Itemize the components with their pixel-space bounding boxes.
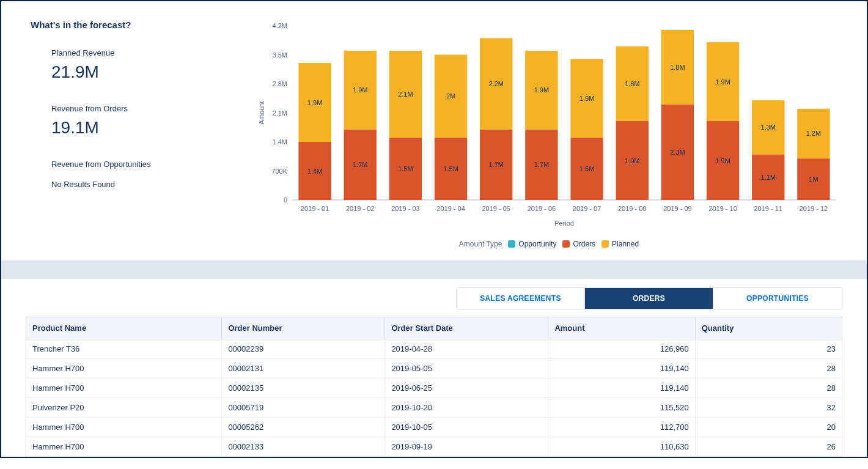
metric-revenue-opportunities: Revenue from Opportunities [51,160,243,169]
bar-label: 1.4M [307,168,322,175]
x-tick: 2019 - 07 [573,205,601,212]
svg-text:0: 0 [284,196,287,204]
cell-qty: 20 [695,418,842,437]
cell-amount: 110,630 [548,437,695,457]
x-tick: 2019 - 02 [346,205,374,212]
cell-order: 00005719 [222,398,385,418]
bar-label: 1.5M [398,165,413,172]
col-order-start-date[interactable]: Order Start Date [385,317,548,339]
x-tick: 2019 - 06 [528,205,556,212]
bar-label: 1.7M [534,161,549,168]
bar-label: 2.2M [489,80,504,87]
table-row[interactable]: Hammer H700000021352019-06-25119,14028 [26,379,842,398]
bar-label: 1.9M [579,95,594,102]
cell-product: Hammer H700 [26,418,222,437]
bar-label: 1.3M [761,124,776,131]
cell-order: 00002133 [222,437,385,457]
cell-date: 2019-05-05 [385,359,548,379]
bar-label: 2M [446,92,455,100]
x-tick: 2019 - 12 [800,205,828,212]
bar-label: 1.1M [761,174,776,181]
metric-revenue-orders: Revenue from Orders 19.1M [51,104,243,138]
svg-text:Amount: Amount [258,102,265,125]
legend-item-orders[interactable]: Orders [562,240,595,248]
x-tick: 2019 - 11 [754,205,782,212]
bar-label: 1.5M [443,165,458,172]
x-tick: 2019 - 01 [301,205,329,212]
cell-qty: 23 [695,339,842,359]
cell-order: 00005262 [222,418,385,437]
cell-order: 00002131 [222,359,385,379]
forecast-chart: 0700K1.4M2.1M2.8M3.5M4.2MAmount1.4M1.9M2… [256,20,842,248]
cell-qty: 28 [695,359,842,379]
bar-label: 1.8M [670,64,685,71]
bar-label: 1.5M [579,165,594,172]
col-amount[interactable]: Amount [548,317,695,339]
swatch-planned [601,240,609,248]
bar-label: 1.9M [534,86,549,94]
tab-orders[interactable]: ORDERS [585,288,713,309]
x-tick: 2019 - 04 [436,205,465,212]
x-tick: 2019 - 10 [708,205,737,212]
svg-text:4.2M: 4.2M [273,22,287,29]
svg-text:1.4M: 1.4M [273,138,287,146]
cell-order: 00002135 [222,379,385,398]
cell-amount: 126,960 [548,339,695,359]
x-tick: 2019 - 03 [391,205,419,212]
bar-label: 1.9M [715,78,730,86]
x-tick: 2019 - 05 [482,205,510,212]
cell-product: Hammer H700 [26,379,222,398]
table-row[interactable]: Hammer H700000021332019-09-19110,63026 [26,437,842,457]
metric-value: 21.9M [51,62,243,82]
bar-label: 1.7M [489,161,504,168]
cell-qty: 28 [695,379,842,398]
forecast-summary: What's in the forecast? Planned Revenue … [31,20,256,248]
svg-text:2.1M: 2.1M [273,109,287,117]
orders-table: Product Name Order Number Order Start Da… [26,317,842,457]
legend-title: Amount Type [459,240,502,248]
cell-date: 2019-10-20 [385,398,548,418]
col-order-number[interactable]: Order Number [222,317,385,339]
section-divider [1,260,867,279]
table-row[interactable]: Hammer H700000052622019-10-05112,70020 [26,418,842,437]
cell-order: 00002239 [222,339,385,359]
legend-item-opportunity[interactable]: Opportunity [508,240,556,248]
bar-label: 1.9M [307,99,322,106]
table-row[interactable]: Pulverizer P20000057192019-10-20115,5203… [26,398,842,418]
swatch-orders [562,240,570,248]
swatch-opportunity [508,240,515,248]
cell-product: Hammer H700 [26,359,222,379]
chart-legend: Amount Type Opportunity Orders Planned [256,240,842,248]
svg-text:3.5M: 3.5M [273,51,287,59]
tab-sales-agreements[interactable]: SALES AGREEMENTS [457,288,585,309]
cell-amount: 119,140 [548,359,695,379]
cell-product: Pulverizer P20 [26,398,222,418]
bar-label: 1.9M [715,157,730,164]
cell-date: 2019-04-28 [385,339,548,359]
col-product-name[interactable]: Product Name [26,317,222,339]
x-tick: 2019 - 08 [618,205,646,212]
cell-date: 2019-10-05 [385,418,548,437]
bar-label: 1.2M [806,130,821,137]
bar-label: 2.3M [670,149,685,156]
metric-value: 19.1M [51,118,243,138]
cell-date: 2019-06-25 [385,379,548,398]
bar-label: 2.1M [398,90,413,98]
table-row[interactable]: Trencher T36000022392019-04-28126,96023 [26,339,842,359]
metric-label: Planned Revenue [51,48,243,57]
table-row[interactable]: Hammer H700000021312019-05-05119,14028 [26,359,842,379]
tab-opportunities[interactable]: OPPORTUNITIES [713,288,842,309]
no-results-text: No Results Found [51,180,243,189]
legend-item-planned[interactable]: Planned [601,240,639,248]
col-quantity[interactable]: Quantity [695,317,842,339]
svg-text:700K: 700K [271,168,287,175]
detail-tabs: SALES AGREEMENTS ORDERS OPPORTUNITIES [456,287,842,309]
bar-label: 1.8M [625,80,639,87]
metric-label: Revenue from Opportunities [51,160,243,169]
cell-product: Hammer H700 [26,437,222,457]
stacked-bar-chart: 0700K1.4M2.1M2.8M3.5M4.2MAmount1.4M1.9M2… [256,20,842,234]
forecast-title: What's in the forecast? [31,20,243,30]
cell-amount: 119,140 [548,379,695,398]
cell-date: 2019-09-19 [385,437,548,457]
bar-label: 1.7M [353,161,367,168]
